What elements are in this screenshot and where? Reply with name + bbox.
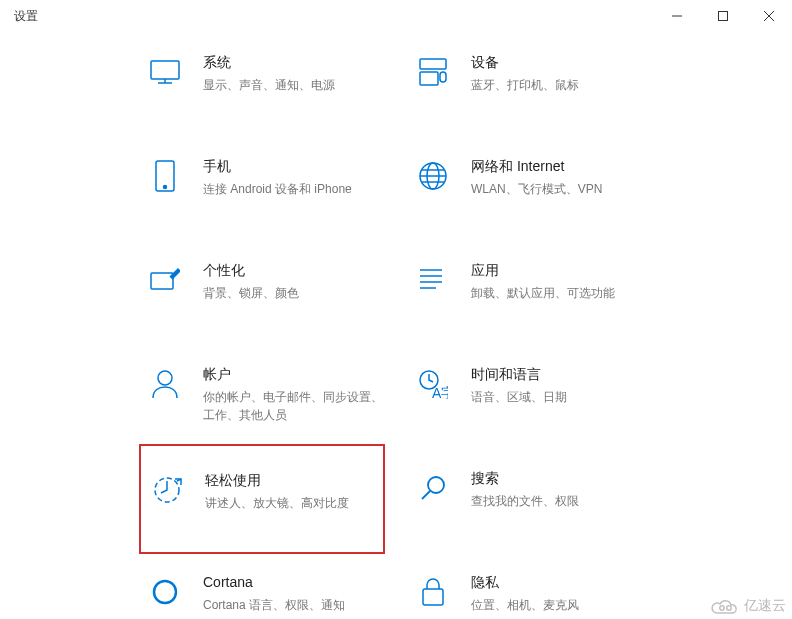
maximize-icon: [718, 11, 728, 21]
svg-rect-17: [151, 273, 173, 289]
tile-subtitle: WLAN、飞行模式、VPN: [471, 180, 602, 198]
svg-point-31: [727, 606, 731, 610]
svg-point-26: [428, 477, 444, 493]
close-icon: [764, 11, 774, 21]
tile-title: 应用: [471, 260, 615, 280]
settings-grid: 系统 显示、声音、通知、电源 设备 蓝牙、打印机、鼠标 手机 连接 Androi…: [0, 32, 792, 619]
tile-title: 搜索: [471, 468, 579, 488]
devices-icon: [413, 52, 453, 92]
maximize-button[interactable]: [700, 0, 746, 32]
tile-subtitle: 卸载、默认应用、可选功能: [471, 284, 615, 302]
cloud-icon: [710, 597, 740, 615]
tile-subtitle: 你的帐户、电子邮件、同步设置、工作、其他人员: [203, 388, 383, 424]
minimize-icon: [672, 11, 682, 21]
tile-title: 设备: [471, 52, 579, 72]
svg-text:A字: A字: [432, 385, 448, 399]
tile-time-language[interactable]: A字 时间和语言 语音、区域、日期: [413, 346, 681, 450]
svg-rect-4: [151, 61, 179, 79]
tile-subtitle: 背景、锁屏、颜色: [203, 284, 299, 302]
tile-title: 帐户: [203, 364, 383, 384]
svg-point-28: [154, 581, 176, 603]
tile-subtitle: 显示、声音、通知、电源: [203, 76, 335, 94]
phone-icon: [145, 156, 185, 196]
tile-privacy[interactable]: 隐私 位置、相机、麦克风: [413, 554, 681, 619]
tile-devices[interactable]: 设备 蓝牙、打印机、鼠标: [413, 34, 681, 138]
svg-rect-7: [420, 59, 446, 69]
tile-title: 隐私: [471, 572, 579, 592]
window-controls: [654, 0, 792, 32]
time-language-icon: A字: [413, 364, 453, 404]
accounts-icon: [145, 364, 185, 404]
tile-phone[interactable]: 手机 连接 Android 设备和 iPhone: [145, 138, 413, 242]
tile-system[interactable]: 系统 显示、声音、通知、电源: [145, 34, 413, 138]
tile-accounts[interactable]: 帐户 你的帐户、电子邮件、同步设置、工作、其他人员: [145, 346, 413, 450]
tile-title: 时间和语言: [471, 364, 567, 384]
svg-rect-29: [423, 589, 443, 605]
search-icon: [413, 468, 453, 508]
tile-subtitle: 语音、区域、日期: [471, 388, 567, 406]
tile-ease-of-access[interactable]: 轻松使用 讲述人、放大镜、高对比度: [139, 444, 385, 554]
tile-subtitle: 蓝牙、打印机、鼠标: [471, 76, 579, 94]
cortana-icon: [145, 572, 185, 612]
svg-line-27: [422, 491, 430, 499]
close-button[interactable]: [746, 0, 792, 32]
tile-apps[interactable]: 应用 卸载、默认应用、可选功能: [413, 242, 681, 346]
tile-cortana[interactable]: Cortana Cortana 语言、权限、通知: [145, 554, 413, 619]
window-title: 设置: [14, 8, 38, 25]
svg-point-11: [164, 186, 167, 189]
system-icon: [145, 52, 185, 92]
tile-subtitle: 查找我的文件、权限: [471, 492, 579, 510]
tile-network[interactable]: 网络和 Internet WLAN、飞行模式、VPN: [413, 138, 681, 242]
svg-rect-8: [420, 72, 438, 85]
titlebar: 设置: [0, 0, 792, 32]
tile-title: 轻松使用: [205, 470, 349, 490]
ease-of-access-icon: [147, 470, 187, 510]
svg-rect-1: [719, 12, 728, 21]
svg-point-30: [720, 606, 724, 610]
tile-title: Cortana: [203, 572, 345, 592]
watermark: 亿速云: [710, 597, 786, 615]
tile-search[interactable]: 搜索 查找我的文件、权限: [413, 450, 681, 554]
minimize-button[interactable]: [654, 0, 700, 32]
apps-icon: [413, 260, 453, 300]
globe-icon: [413, 156, 453, 196]
tile-title: 个性化: [203, 260, 299, 280]
personalization-icon: [145, 260, 185, 300]
tile-subtitle: 连接 Android 设备和 iPhone: [203, 180, 352, 198]
watermark-text: 亿速云: [744, 597, 786, 615]
tile-title: 网络和 Internet: [471, 156, 602, 176]
svg-point-22: [158, 371, 172, 385]
tile-subtitle: 位置、相机、麦克风: [471, 596, 579, 614]
svg-rect-9: [440, 72, 446, 82]
tile-subtitle: Cortana 语言、权限、通知: [203, 596, 345, 614]
tile-title: 手机: [203, 156, 352, 176]
tile-subtitle: 讲述人、放大镜、高对比度: [205, 494, 349, 512]
tile-personalization[interactable]: 个性化 背景、锁屏、颜色: [145, 242, 413, 346]
privacy-icon: [413, 572, 453, 612]
tile-title: 系统: [203, 52, 335, 72]
